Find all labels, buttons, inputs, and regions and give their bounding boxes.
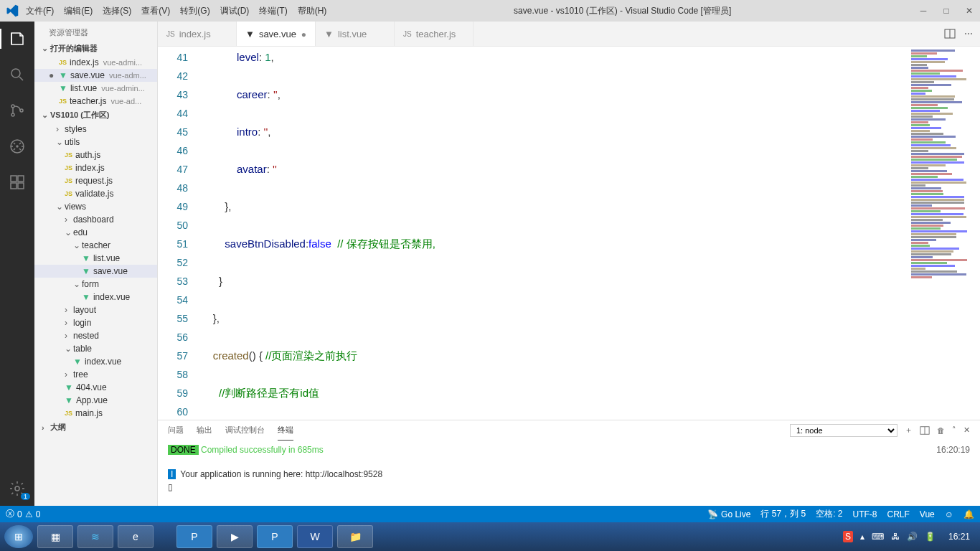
split-editor-icon[interactable] (944, 28, 956, 39)
tree-item[interactable]: › nested (34, 329, 157, 342)
editor-tab[interactable]: ▼save.vue (237, 22, 316, 46)
panel-tab-debug[interactable]: 调试控制台 (225, 420, 265, 440)
tray-volume-icon[interactable]: 🔊 (907, 532, 918, 542)
tree-item[interactable]: JS index.js (34, 161, 157, 174)
tree-item[interactable]: ⌄ edu (34, 226, 157, 239)
close-button[interactable]: ✕ (964, 6, 974, 16)
tree-item[interactable]: › layout (34, 303, 157, 316)
debug-icon[interactable] (7, 136, 27, 156)
taskbar-app-6[interactable]: P (257, 525, 293, 548)
open-editors-section[interactable]: ⌄打开的编辑器 (34, 41, 157, 56)
kill-terminal-icon[interactable]: 🗑 (937, 426, 945, 435)
tree-item[interactable]: › tree (34, 368, 157, 381)
terminal-select[interactable]: 1: node (790, 424, 897, 437)
taskbar-app-4[interactable]: P (176, 525, 212, 548)
editor-tabs: JSindex.js▼save.vue▼list.vueJSteacher.js… (158, 22, 980, 47)
tree-item[interactable]: ⌄ teacher (34, 239, 157, 252)
tree-item[interactable]: ▼ index.vue (34, 291, 157, 303)
menu-help[interactable]: 帮助(H) (298, 5, 327, 17)
tree-item[interactable]: ⌄ table (34, 342, 157, 355)
maximize-button[interactable]: □ (941, 6, 951, 16)
taskbar-app-8[interactable]: 📁 (337, 525, 373, 548)
status-bell-icon[interactable]: 🔔 (963, 509, 974, 519)
tree-item[interactable]: JS main.js (34, 407, 157, 420)
editor-tab[interactable]: JSindex.js (158, 22, 237, 46)
terminal-body[interactable]: DONE Compiled successfully in 685ms16:20… (158, 441, 980, 506)
more-icon[interactable]: ⋯ (964, 29, 973, 39)
minimize-button[interactable]: ─ (918, 6, 928, 16)
status-errors[interactable]: ⓧ 0 ⚠ 0 (6, 508, 40, 520)
extensions-icon[interactable] (7, 172, 27, 192)
tree-item[interactable]: ⌄ form (34, 278, 157, 291)
tree-item[interactable]: ⌄ views (34, 200, 157, 213)
search-icon[interactable] (7, 65, 27, 85)
tray-clock[interactable]: 16:21 (943, 532, 976, 542)
menu-terminal[interactable]: 终端(T) (259, 5, 287, 17)
open-editor-item[interactable]: JS teacher.jsvue-ad... (34, 95, 157, 108)
tree-item[interactable]: ▼ 404.vue (34, 381, 157, 394)
tree-item[interactable]: › styles (34, 123, 157, 136)
status-encoding[interactable]: UTF-8 (852, 509, 877, 519)
taskbar-app-5[interactable]: ▶ (217, 525, 253, 548)
menu-select[interactable]: 选择(S) (103, 5, 131, 17)
bottom-panel: 问题 输出 调试控制台 终端 1: node ＋ 🗑 ˄ ✕ DONE Comp… (158, 420, 980, 506)
menu-file[interactable]: 文件(F) (26, 5, 54, 17)
status-spaces[interactable]: 空格: 2 (816, 508, 842, 520)
status-lang[interactable]: Vue (920, 509, 935, 519)
editor-tab[interactable]: JSteacher.js (395, 22, 473, 46)
tree-item[interactable]: ⌄ utils (34, 136, 157, 149)
menu-goto[interactable]: 转到(G) (180, 5, 209, 17)
explorer-icon[interactable] (7, 29, 27, 49)
close-panel-icon[interactable]: ✕ (963, 425, 970, 435)
menu-debug[interactable]: 调试(D) (220, 5, 250, 17)
tree-item[interactable]: JS validate.js (34, 187, 157, 200)
tree-item[interactable]: › dashboard (34, 213, 157, 226)
status-golive[interactable]: 📡 Go Live (707, 509, 750, 519)
svg-point-5 (17, 146, 18, 147)
tray-network-icon[interactable]: 🖧 (891, 532, 900, 542)
tree-item[interactable]: ▼ list.vue (34, 252, 157, 265)
open-editor-item[interactable]: JS index.jsvue-admi... (34, 56, 157, 69)
tree-item[interactable]: ▼ App.vue (34, 394, 157, 407)
svg-point-0 (11, 69, 20, 77)
status-feedback-icon[interactable]: ☺ (945, 509, 953, 519)
code-editor[interactable]: level: 1, career: '', intro: '', avatar:… (201, 47, 908, 420)
editor-area: JSindex.js▼save.vue▼list.vueJSteacher.js… (158, 22, 980, 506)
taskbar-app-1[interactable]: ▦ (37, 525, 73, 548)
panel-tab-problems[interactable]: 问题 (168, 420, 184, 440)
tray-chevron-icon[interactable]: ▴ (860, 532, 864, 542)
panel-tab-output[interactable]: 输出 (197, 420, 212, 440)
open-editor-item[interactable]: ●▼ save.vuevue-adm... (34, 69, 157, 82)
status-lncol[interactable]: 行 57，列 5 (760, 508, 806, 520)
open-editor-item[interactable]: ▼ list.vuevue-admin... (34, 82, 157, 95)
outline-section[interactable]: ›大纲 (34, 420, 157, 435)
tray-battery-icon[interactable]: 🔋 (925, 532, 936, 542)
scm-icon[interactable] (7, 100, 27, 121)
menu-bar: 文件(F) 编辑(E) 选择(S) 查看(V) 转到(G) 调试(D) 终端(T… (26, 5, 326, 17)
tree-item[interactable]: ▼ save.vue (34, 265, 157, 278)
editor-tab[interactable]: ▼list.vue (316, 22, 395, 46)
maximize-panel-icon[interactable]: ˄ (952, 425, 956, 435)
tree-item[interactable]: › login (34, 316, 157, 329)
minimap[interactable] (908, 47, 980, 420)
menu-edit[interactable]: 编辑(E) (64, 5, 93, 17)
workspace-section[interactable]: ⌄VS1010 (工作区) (34, 108, 157, 123)
split-terminal-icon[interactable] (920, 425, 930, 435)
taskbar-app-3[interactable]: e (118, 525, 154, 548)
start-button[interactable]: ⊞ (4, 525, 33, 548)
taskbar-app-2[interactable]: ≋ (77, 525, 113, 548)
tray-keyboard-icon[interactable]: ⌨ (872, 532, 884, 542)
status-eol[interactable]: CRLF (887, 509, 909, 519)
panel-tab-terminal[interactable]: 终端 (278, 420, 293, 441)
tree-item[interactable]: ▼ index.vue (34, 355, 157, 368)
tray-ime-icon[interactable]: S (843, 531, 853, 542)
tree-item[interactable]: JS auth.js (34, 149, 157, 161)
system-tray: S ▴ ⌨ 🖧 🔊 🔋 16:21 (843, 531, 976, 542)
menu-view[interactable]: 查看(V) (141, 5, 170, 17)
svg-point-2 (11, 113, 14, 116)
settings-icon[interactable]: 1 (7, 479, 27, 499)
tree-item[interactable]: JS request.js (34, 174, 157, 187)
taskbar-app-7[interactable]: W (297, 525, 333, 548)
new-terminal-icon[interactable]: ＋ (905, 425, 913, 435)
svg-rect-6 (11, 176, 17, 182)
